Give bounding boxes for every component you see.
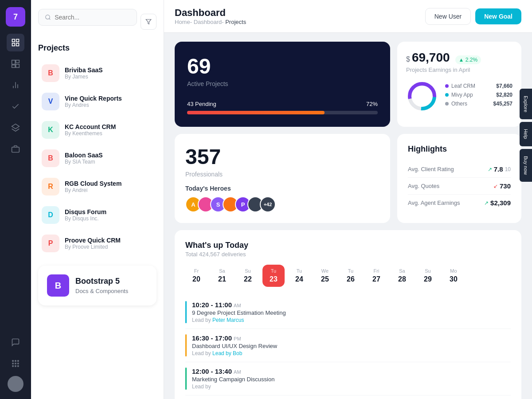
cal-day[interactable]: Mo 30 (442, 265, 465, 287)
highlight-value: $2,309 (490, 199, 511, 207)
cal-day-name: Fri (374, 268, 379, 274)
heroes-avatars: ASP+42 (185, 196, 379, 212)
svg-marker-11 (12, 124, 20, 129)
cal-day[interactable]: Tu 24 (288, 265, 310, 287)
cal-day-num: 28 (398, 275, 406, 283)
svg-rect-4 (12, 60, 16, 64)
event-content: 16:30 - 17:00 PM Dashboard UI/UX Design … (192, 334, 277, 356)
cal-day[interactable]: Tu 26 (340, 265, 362, 287)
project-item[interactable]: D Disqus Forum By Disqus Inc. (38, 202, 156, 228)
sidebar-icon-grid-small[interactable] (7, 355, 24, 372)
event-time-row: 12:00 - 13:40 AM (192, 368, 274, 375)
earnings-badge: ▲ 2.2% (455, 55, 481, 64)
highlight-value-row: ↙ 730 (493, 182, 511, 190)
main-content: Dashboard Home- Dashboard- Projects New … (164, 0, 532, 399)
svg-rect-3 (16, 43, 19, 46)
legend-item: Others $45,257 (445, 101, 512, 107)
explore-tab[interactable]: Explore (520, 89, 532, 119)
new-user-button[interactable]: New User (425, 8, 471, 25)
event-time: 10:20 - 11:00 (192, 301, 232, 309)
events-list: 10:20 - 11:00 AM 9 Degree Project Estima… (185, 296, 511, 395)
event-time-row: 16:30 - 17:00 PM (192, 334, 277, 342)
svg-point-21 (18, 366, 19, 367)
active-projects-card: 69 Active Projects 43 Pending 72% (175, 42, 390, 127)
search-input[interactable] (55, 14, 130, 21)
event-bar (185, 301, 187, 323)
cal-day[interactable]: Su 29 (417, 265, 439, 287)
stats-card: 357 Professionals Today's Heroes ASP+42 (175, 134, 390, 223)
sidebar-icon-message[interactable] (7, 333, 24, 351)
cal-day-num: 22 (244, 275, 252, 283)
docs-link[interactable]: Docs & Components (75, 288, 128, 294)
event-ampm: AM (234, 369, 241, 375)
event-lead-link[interactable]: Lead by Bob (212, 350, 242, 356)
highlights-list: Avg. Client Rating ↗ 7.8 10 Avg. Quotes … (408, 161, 511, 211)
project-name: KC Account CRM (65, 123, 153, 130)
active-projects-label: Active Projects (187, 80, 378, 87)
project-item[interactable]: K KC Account CRM By Keenthemes (38, 117, 156, 143)
search-bar[interactable] (38, 9, 137, 26)
filter-button[interactable] (141, 14, 156, 30)
project-item[interactable]: P Proove Quick CRM By Proove Limited (38, 230, 156, 257)
legend-value: $45,257 (493, 101, 512, 107)
header-actions: New User New Goal (425, 8, 521, 25)
project-author: By Andrei (65, 187, 153, 193)
cal-day-name: Mo (450, 268, 457, 274)
cal-day[interactable]: Su 22 (237, 265, 259, 287)
cal-day[interactable]: Fr 20 (185, 265, 207, 287)
projects-title: Projects (38, 43, 156, 53)
earnings-header: $ 69,700 ▲ 2.2% (406, 51, 512, 65)
project-item[interactable]: B Briviba SaaS By James (38, 60, 156, 86)
trend-icon: ↗ (484, 200, 489, 206)
calendar-row: Fr 20 Sa 21 Su 22 Tu 23 Tu 24 We 25 Tu 2… (185, 265, 511, 287)
project-item[interactable]: R RGB Cloud System By Andrei (38, 173, 156, 200)
whatsup-card: What's up Today Total 424,567 deliveries… (175, 230, 521, 399)
cal-day-name: Tu (271, 268, 276, 274)
project-info: Disqus Forum By Disqus Inc. (65, 208, 153, 222)
cal-day[interactable]: Sa 28 (391, 265, 413, 287)
svg-point-16 (12, 363, 14, 364)
cal-day-num: 23 (270, 275, 278, 283)
sidebar-icon-layers[interactable] (7, 119, 24, 137)
cal-day-num: 30 (450, 275, 458, 283)
cal-day[interactable]: Sa 21 (211, 265, 233, 287)
buy-now-tab[interactable]: Buy now (520, 149, 532, 182)
sidebar-icon-dashboard[interactable] (7, 55, 24, 73)
cal-day-name: Su (245, 268, 250, 274)
cal-day-name: Sa (399, 268, 405, 274)
cal-day-num: 20 (192, 275, 200, 283)
progress-bar-fill (187, 111, 325, 114)
cal-day[interactable]: Tu 23 (262, 265, 285, 287)
svg-rect-12 (12, 147, 20, 153)
svg-marker-24 (146, 20, 151, 24)
help-tab[interactable]: Help (520, 122, 532, 146)
cal-day[interactable]: Fri 27 (365, 265, 387, 287)
sidebar-icon-chart[interactable] (7, 76, 24, 94)
event-time: 16:30 - 17:00 (192, 334, 232, 342)
event-item: 12:00 - 13:40 AM Marketing Campaign Disc… (185, 362, 511, 395)
bootstrap-card: B Bootstrap 5 Docs & Components (38, 266, 156, 305)
project-author: By SIA Team (65, 159, 153, 165)
earnings-card: $ 69,700 ▲ 2.2% Projects Earnings in Apr… (397, 42, 521, 127)
event-lead-link[interactable]: Peter Marcus (212, 317, 244, 323)
project-name: Briviba SaaS (65, 66, 153, 74)
heroes-section: Today's Heroes ASP+42 (185, 185, 379, 212)
sidebar-icon-briefcase[interactable] (7, 140, 24, 158)
event-bar (185, 368, 187, 390)
project-item[interactable]: V Vine Quick Reports By Andres (38, 88, 156, 115)
project-item[interactable]: B Baloon SaaS By SIA Team (38, 145, 156, 172)
event-name: Dashboard UI/UX Design Review (192, 343, 277, 349)
header: Dashboard Home- Dashboard- Projects New … (164, 0, 532, 33)
highlight-name: Avg. Client Rating (408, 166, 454, 172)
cal-day[interactable]: We 25 (314, 265, 336, 287)
sidebar-icon-check[interactable] (7, 98, 24, 115)
new-goal-button[interactable]: New Goal (475, 8, 521, 24)
project-author: By Proove Limited (65, 244, 153, 250)
sidebar-icon-grid[interactable] (7, 34, 24, 51)
whatsup-title: What's up Today (185, 241, 511, 250)
sidebar-profile-avatar[interactable] (8, 376, 23, 392)
svg-point-19 (12, 366, 14, 367)
highlight-row: Avg. Quotes ↙ 730 (408, 178, 511, 195)
project-name: Vine Quick Reports (65, 95, 153, 102)
sidebar-user-number[interactable]: 7 (6, 7, 25, 27)
